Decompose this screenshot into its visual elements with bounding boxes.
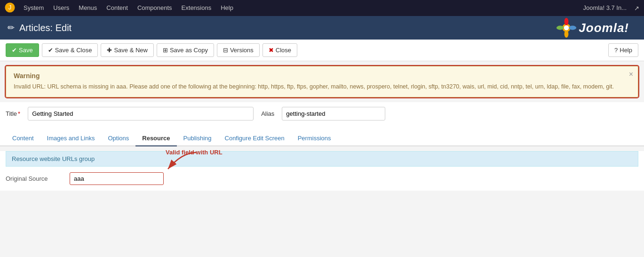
page-title: Articles: Edit <box>19 23 72 33</box>
nav-content[interactable]: Content <box>103 0 132 16</box>
close-icon: ✖ <box>269 47 274 54</box>
svg-point-5 <box>564 30 569 38</box>
tab-options[interactable]: Options <box>101 131 135 146</box>
tab-configure-edit-screen[interactable]: Configure Edit Screen <box>218 131 291 146</box>
nav-help[interactable]: Help <box>217 0 237 16</box>
title-label: Title* <box>6 110 20 117</box>
save-new-button[interactable]: ✚ Save & New <box>101 43 154 57</box>
original-source-label: Original Source <box>6 175 62 182</box>
alias-label: Alias <box>261 110 274 117</box>
required-marker: * <box>18 110 20 117</box>
header-bar: ✏ Articles: Edit Joomla! <box>0 16 644 40</box>
help-button[interactable]: ? Help <box>608 43 638 57</box>
help-icon: ? <box>614 47 618 54</box>
warning-title: Warning <box>14 72 630 80</box>
nav-menus[interactable]: Menus <box>75 0 101 16</box>
field-row-original-source: Original Source Valid field with URL <box>6 167 638 191</box>
nav-components[interactable]: Components <box>134 0 176 16</box>
nav-extensions[interactable]: Extensions <box>178 0 215 16</box>
versions-icon: ⊟ <box>223 47 228 54</box>
joomla-brand-logo: Joomla! <box>549 16 636 40</box>
tab-resource[interactable]: Resource <box>135 131 176 146</box>
svg-point-3 <box>564 18 569 25</box>
versions-button[interactable]: ⊟ Versions <box>217 43 260 57</box>
annotation-label: Valid field with URL <box>166 149 223 156</box>
nav-users[interactable]: Users <box>49 0 73 16</box>
tab-permissions[interactable]: Permissions <box>291 131 338 146</box>
svg-point-4 <box>569 26 577 30</box>
content-panel: Resource website URLs group Original Sou… <box>0 151 644 191</box>
tabs-bar: Content Images and Links Options Resourc… <box>0 131 644 146</box>
save-icon: ✔ <box>12 47 17 54</box>
tab-images-links[interactable]: Images and Links <box>40 131 102 146</box>
warning-close-button[interactable]: × <box>629 70 633 79</box>
joomla-version-link[interactable]: Joomla! 3.7 In... <box>580 0 631 16</box>
warning-text: Invalid URL: URL schema is missing in aa… <box>14 82 630 91</box>
form-area: Title* Alias <box>0 102 644 131</box>
toolbar: ✔ Save ✔ Save & Close ✚ Save & New ⊞ Sav… <box>0 40 644 61</box>
warning-box: × Warning Invalid URL: URL schema is mis… <box>6 66 638 97</box>
nav-system[interactable]: System <box>20 0 48 16</box>
svg-point-7 <box>564 25 569 31</box>
group-header: Resource website URLs group <box>6 151 638 167</box>
joomla-brand-text: Joomla! <box>579 21 629 35</box>
svg-text:J: J <box>8 3 12 10</box>
save-close-button[interactable]: ✔ Save & Close <box>42 43 98 57</box>
joomla-logo-icon <box>556 17 577 38</box>
alias-input[interactable] <box>282 107 385 120</box>
svg-point-6 <box>557 26 564 30</box>
edit-icon: ✏ <box>8 23 15 33</box>
title-input[interactable] <box>28 107 254 120</box>
title-row: Title* Alias <box>6 107 638 120</box>
top-nav: J System Users Menus Content Components … <box>0 0 644 16</box>
external-link-icon: ↗ <box>634 5 639 12</box>
tab-publishing[interactable]: Publishing <box>177 131 218 146</box>
tab-content[interactable]: Content <box>6 131 40 146</box>
nav-right: Joomla! 3.7 In... ↗ <box>580 0 640 16</box>
joomla-small-logo: J <box>5 2 15 14</box>
save-copy-icon: ⊞ <box>163 47 168 54</box>
save-button[interactable]: ✔ Save <box>6 43 39 57</box>
save-close-icon: ✔ <box>48 47 53 54</box>
close-button[interactable]: ✖ Close <box>262 43 297 57</box>
save-copy-button[interactable]: ⊞ Save as Copy <box>157 43 214 57</box>
save-new-icon: ✚ <box>107 47 112 54</box>
